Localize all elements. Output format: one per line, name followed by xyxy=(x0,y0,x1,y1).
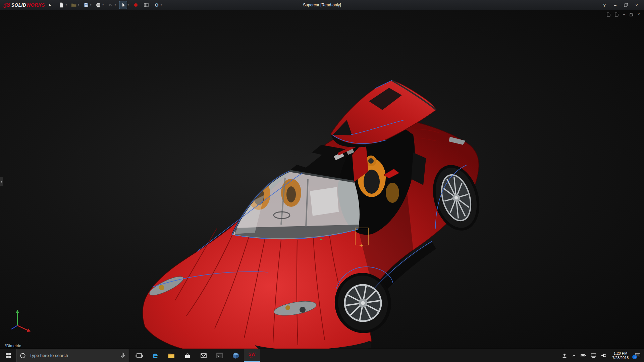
doc-page-button-2[interactable] xyxy=(615,12,619,17)
print-button[interactable] xyxy=(95,1,102,9)
taskbar: e xyxy=(0,349,644,362)
orientation-triad xyxy=(11,310,31,332)
sketch-point xyxy=(320,239,322,240)
minimize-button[interactable]: – xyxy=(610,0,621,10)
doc-restore-button[interactable] xyxy=(630,13,633,16)
caret-icon[interactable]: ▾ xyxy=(66,4,67,6)
car-model xyxy=(143,80,487,349)
windshield xyxy=(232,171,360,241)
red-circle-icon xyxy=(133,3,138,7)
options-button[interactable]: ⚙ xyxy=(153,1,160,9)
brand-works: WORKS xyxy=(26,2,45,8)
help-button[interactable]: ? xyxy=(599,0,610,10)
taskbar-clock[interactable]: 1:20 PM 7/23/2018 xyxy=(611,351,630,360)
restore-icon xyxy=(630,13,633,16)
hidden-icons-button[interactable] xyxy=(572,353,576,358)
save-floppy-icon xyxy=(84,2,89,8)
caret-icon[interactable]: ▾ xyxy=(78,4,79,6)
solidworks-app-icon: SW xyxy=(249,352,256,356)
windows-logo-icon xyxy=(5,353,11,358)
open-button[interactable] xyxy=(70,1,77,9)
clock-date: 7/23/2018 xyxy=(611,356,630,360)
volume-icon xyxy=(601,353,606,358)
featuremanager-flyout-tab[interactable] xyxy=(0,177,3,186)
ds-logo-icon: ƷS xyxy=(3,2,10,8)
mail-button[interactable] xyxy=(196,349,212,362)
solidworks-logo: ƷS SOLID WORKS xyxy=(0,2,45,8)
doc-minimize-button[interactable]: – xyxy=(623,12,625,17)
people-button[interactable] xyxy=(562,353,567,358)
view-orientation-label: *Dimetric xyxy=(5,344,21,348)
page-icon xyxy=(607,12,610,17)
graphics-area[interactable] xyxy=(0,10,644,349)
restore-icon xyxy=(624,3,628,7)
network-display-icon xyxy=(591,353,596,358)
page-icon xyxy=(615,12,619,17)
edge-icon: e xyxy=(153,352,158,360)
microphone-icon[interactable] xyxy=(120,353,125,359)
window-title: Supercar [Read-only] xyxy=(303,3,341,7)
new-document-icon xyxy=(59,2,64,8)
undo-arrow-icon xyxy=(108,2,113,8)
graphics-viewport[interactable]: – × *Dimetric xyxy=(0,10,644,349)
volume-button[interactable] xyxy=(601,353,606,358)
caret-icon[interactable]: ▾ xyxy=(102,4,104,6)
gear-icon: ⚙ xyxy=(155,3,159,7)
doc-close-button[interactable]: × xyxy=(638,12,640,17)
search-input[interactable] xyxy=(29,353,117,358)
caret-icon[interactable]: ▾ xyxy=(127,4,129,6)
caret-icon[interactable]: ▾ xyxy=(115,4,116,6)
save-button[interactable] xyxy=(83,1,90,9)
chevron-up-icon xyxy=(572,353,576,358)
new-document-button[interactable] xyxy=(58,1,65,9)
battery-button[interactable] xyxy=(581,353,586,358)
doc-page-button[interactable] xyxy=(607,12,610,17)
start-button[interactable] xyxy=(0,349,16,362)
clock-time: 1:20 PM xyxy=(611,351,630,356)
evaluate-grid-button[interactable] xyxy=(143,1,150,9)
select-cursor-icon xyxy=(121,3,126,8)
folder-icon xyxy=(168,352,175,359)
edge-button[interactable]: e xyxy=(147,349,163,362)
restore-button[interactable] xyxy=(621,0,631,10)
grid-sheet-icon xyxy=(144,2,149,8)
menu-flyout-arrow-icon[interactable]: ▶ xyxy=(49,3,51,7)
solidworks-app-year: 2017 xyxy=(249,356,255,359)
close-button[interactable]: × xyxy=(631,0,642,10)
task-view-icon xyxy=(136,352,143,359)
printer-icon xyxy=(96,2,101,8)
battery-icon xyxy=(581,353,586,358)
store-bag-icon xyxy=(184,352,191,359)
window-controls: ? – × xyxy=(599,0,644,10)
store-button[interactable] xyxy=(179,349,196,362)
solidworks-app-button[interactable]: SW 2017 xyxy=(244,349,260,362)
action-center-button[interactable]: 3 xyxy=(635,353,641,358)
cad-cube-icon xyxy=(232,352,239,359)
select-tool-button[interactable] xyxy=(119,1,127,9)
people-icon xyxy=(562,353,567,358)
network-button[interactable] xyxy=(591,353,596,358)
task-view-button[interactable] xyxy=(131,349,147,362)
pinned-apps: e xyxy=(131,349,260,362)
undo-button[interactable] xyxy=(107,1,114,9)
taskbar-search[interactable] xyxy=(16,349,129,362)
brand-solid: SOLID xyxy=(11,2,26,8)
caret-icon[interactable]: ▾ xyxy=(161,4,162,6)
cortana-icon[interactable] xyxy=(20,353,26,359)
system-tray: 1:20 PM 7/23/2018 3 xyxy=(562,349,644,362)
caret-icon[interactable]: ▾ xyxy=(90,4,92,6)
mail-envelope-icon xyxy=(200,352,207,359)
notification-badge: 3 xyxy=(632,355,637,359)
titlebar: ƷS SOLID WORKS ▶ ▾ ▾ xyxy=(0,0,644,10)
command-prompt-icon xyxy=(216,352,223,359)
quick-access-toolbar: ▾ ▾ ▾ xyxy=(58,1,165,9)
command-prompt-button[interactable] xyxy=(212,349,228,362)
document-window-controls: – × xyxy=(607,12,640,17)
cad-cube-button[interactable] xyxy=(228,349,244,362)
flyout-arrow-icon xyxy=(1,180,3,183)
open-folder-icon xyxy=(71,2,76,8)
file-explorer-button[interactable] xyxy=(163,349,179,362)
record-button[interactable] xyxy=(132,1,140,9)
